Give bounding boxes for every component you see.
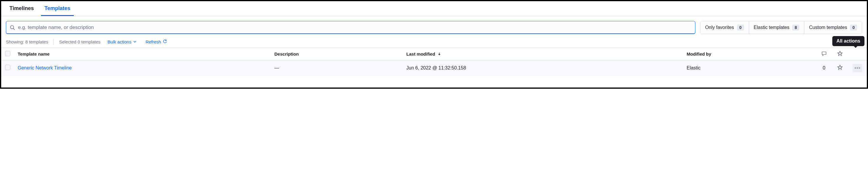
refresh-button[interactable]: Refresh — [144, 39, 169, 45]
template-name-link[interactable]: Generic Network Timeline — [18, 65, 72, 70]
filter-label: Only favorites — [705, 25, 734, 30]
column-description[interactable]: Description — [271, 48, 403, 60]
divider — [53, 39, 54, 45]
select-all-checkbox[interactable] — [5, 51, 10, 56]
cell-comments: 0 — [816, 60, 832, 76]
filter-label: Custom templates — [809, 25, 847, 30]
svg-line-1 — [13, 28, 15, 30]
search-box[interactable] — [6, 21, 695, 34]
star-icon — [837, 51, 843, 56]
refresh-icon — [163, 40, 167, 44]
cell-favorite[interactable] — [832, 60, 848, 76]
row-checkbox[interactable] — [5, 65, 10, 70]
column-last-modified-label: Last modified — [406, 51, 435, 56]
column-favorite — [832, 48, 848, 60]
bulk-actions-label: Bulk actions — [108, 39, 132, 44]
tab-timelines[interactable]: Timelines — [6, 1, 37, 16]
selected-text: Selected 0 templates — [59, 39, 100, 44]
tab-templates[interactable]: Templates — [41, 1, 74, 16]
filter-label: Elastic templates — [754, 25, 789, 30]
filter-elastic-templates[interactable]: Elastic templates 8 — [749, 21, 805, 34]
column-comments — [816, 48, 832, 60]
bulk-actions-button[interactable]: Bulk actions — [106, 39, 139, 45]
cell-last-modified: Jun 6, 2022 @ 11:32:50.158 — [403, 60, 683, 76]
cell-modified-by: Elastic — [683, 60, 816, 76]
column-select-all[interactable] — [1, 48, 14, 60]
filter-count-badge: 0 — [850, 25, 857, 30]
showing-text: Showing: 8 templates — [6, 39, 48, 44]
refresh-label: Refresh — [146, 39, 161, 44]
chevron-down-icon — [133, 40, 136, 44]
toolbar: Only favorites 0 Elastic templates 8 Cus… — [1, 16, 867, 39]
dots-icon — [855, 68, 856, 69]
comment-icon — [822, 51, 827, 56]
filter-only-favorites[interactable]: Only favorites 0 — [701, 21, 749, 34]
column-modified-by[interactable]: Modified by — [683, 48, 816, 60]
column-last-modified[interactable]: Last modified — [403, 48, 683, 60]
table-row: Generic Network Timeline — Jun 6, 2022 @… — [1, 60, 867, 76]
status-row: Showing: 8 templates Selected 0 template… — [1, 39, 867, 48]
column-template-name[interactable]: Template name — [14, 48, 271, 60]
filter-count-badge: 0 — [737, 25, 744, 30]
tabs: Timelines Templates — [1, 1, 867, 16]
sort-desc-icon — [438, 52, 441, 56]
filter-group: Only favorites 0 Elastic templates 8 Cus… — [700, 21, 862, 34]
row-more-actions-button[interactable] — [852, 64, 862, 72]
templates-table: Template name Description Last modified … — [1, 48, 867, 76]
cell-description: — — [271, 60, 403, 76]
search-input[interactable] — [18, 24, 691, 31]
search-icon — [10, 25, 15, 30]
filter-count-badge: 8 — [792, 25, 799, 30]
filter-custom-templates[interactable]: Custom templates 0 — [804, 21, 862, 34]
star-icon — [837, 65, 843, 70]
column-actions: All actions — [848, 48, 867, 60]
svg-point-0 — [10, 25, 13, 29]
